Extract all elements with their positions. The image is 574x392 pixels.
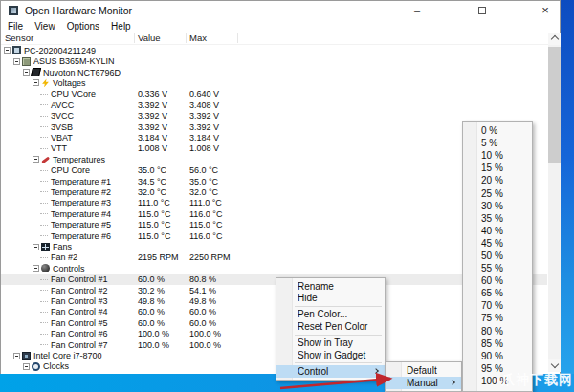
menu-item-label: Show in Gadget	[298, 350, 365, 360]
menu-item-20[interactable]: 20 %	[463, 174, 532, 186]
sensor-label: Temperature #4	[51, 209, 111, 219]
menu-file[interactable]: File	[2, 21, 29, 32]
tree-connector	[40, 301, 48, 302]
expander-icon[interactable]	[13, 58, 20, 65]
tree-connector	[40, 116, 48, 117]
close-button[interactable]: ×	[537, 3, 554, 18]
menu-item-60[interactable]: 60 %	[463, 274, 532, 287]
menu-item-manual[interactable]: Manual	[386, 377, 461, 389]
sensor-label: Fan Control #4	[51, 307, 108, 316]
expander-icon[interactable]	[33, 156, 39, 163]
sensor-max: 116.0 °C	[189, 230, 222, 241]
sensor-max: 60.0 %	[189, 317, 216, 328]
menu-item-45[interactable]: 45 %	[463, 237, 532, 250]
scrollbar-thumb[interactable]	[548, 47, 561, 163]
sensor-label: Temperature #3	[51, 198, 111, 207]
menu-item-label: 75 %	[481, 313, 503, 323]
tree-connector	[40, 334, 48, 335]
menu-item-label: 95 %	[481, 363, 503, 374]
tree-row-avcc[interactable]: AVCC3.392 V3.408 V	[1, 99, 547, 110]
context-menu: RenameHidePen Color...Reset Pen ColorSho…	[276, 277, 386, 381]
watermark-text: 爪神下载网	[501, 372, 573, 389]
tree-connector	[40, 126, 48, 127]
menu-item-hide[interactable]: Hide	[276, 292, 385, 303]
tree-connector	[40, 203, 48, 204]
tree-row-cpu-vcore[interactable]: CPU VCore0.336 V0.640 V	[1, 89, 547, 99]
column-value[interactable]: Value	[138, 33, 161, 43]
menu-item-control[interactable]: Control	[276, 365, 385, 377]
sensor-value: 60.0 %	[138, 317, 165, 328]
column-max[interactable]: Max	[189, 33, 207, 43]
menu-item-label: 0 %	[481, 125, 497, 136]
menu-item-30[interactable]: 30 %	[463, 200, 532, 212]
tree-connector	[40, 181, 48, 182]
menu-item-35[interactable]: 35 %	[463, 212, 532, 225]
expander-icon[interactable]	[13, 353, 20, 359]
expander-icon[interactable]	[23, 363, 30, 370]
menu-item-25[interactable]: 25 %	[463, 186, 532, 199]
menu-item-label: 20 %	[481, 175, 503, 185]
menu-item-50[interactable]: 50 %	[463, 250, 532, 262]
expander-icon[interactable]	[4, 47, 11, 54]
tree-row-3vcc[interactable]: 3VCC3.392 V3.392 V	[1, 110, 547, 120]
sensor-label: Intel Core i7-8700	[33, 351, 102, 360]
menu-item-70[interactable]: 70 %	[463, 299, 532, 312]
tree-row-pc-202004211249[interactable]: PC-202004211249	[1, 45, 547, 55]
menu-item-55[interactable]: 55 %	[463, 262, 532, 274]
menu-item-10[interactable]: 10 %	[463, 149, 532, 162]
desktop-background-edge	[561, 0, 574, 392]
menu-item-label: 5 %	[481, 138, 497, 148]
scroll-down-icon[interactable]	[548, 359, 561, 372]
menu-item-5[interactable]: 5 %	[463, 137, 532, 149]
maximize-button[interactable]	[474, 3, 491, 18]
submenu-arrow-icon	[450, 380, 455, 385]
menu-item-90[interactable]: 90 %	[463, 350, 532, 362]
vertical-scrollbar[interactable]	[548, 33, 561, 372]
menu-item-rename[interactable]: Rename	[276, 280, 385, 292]
tree-row-nuvoton-nct6796d[interactable]: Nuvoton NCT6796D	[1, 67, 547, 77]
menu-item-80[interactable]: 80 %	[463, 325, 532, 338]
menu-view[interactable]: View	[29, 21, 61, 32]
menu-item-label: 80 %	[481, 326, 503, 337]
tree-connector	[40, 94, 48, 95]
scroll-up-icon[interactable]	[548, 33, 561, 45]
menu-item-label: Rename	[298, 281, 334, 292]
sensor-value: 115.0 °C	[138, 208, 170, 219]
menu-item-40[interactable]: 40 %	[463, 225, 532, 237]
submenu-arrow-icon	[373, 368, 379, 374]
tree-row-asus-b365m-kylin[interactable]: ASUS B365M-KYLIN	[1, 55, 547, 66]
menu-item-15[interactable]: 15 %	[463, 162, 532, 174]
sensor-max: 100.0 %	[189, 329, 221, 339]
menu-item-label: 90 %	[481, 351, 503, 361]
menu-item-label: Hide	[298, 293, 318, 303]
menu-item-show-in-tray[interactable]: Show in Tray	[276, 338, 385, 349]
menu-item-default[interactable]: Default	[386, 364, 461, 377]
menu-item-label: 40 %	[481, 226, 503, 236]
menu-item-show-in-gadget[interactable]: Show in Gadget	[276, 349, 385, 360]
expander-icon[interactable]	[23, 69, 30, 76]
menu-item-pen-color[interactable]: Pen Color...	[276, 309, 385, 320]
menu-item-reset-pen-color[interactable]: Reset Pen Color	[276, 320, 385, 332]
tree-row-voltages[interactable]: Voltages	[1, 77, 547, 88]
menu-options[interactable]: Options	[61, 21, 105, 32]
sensor-label: Temperature #5	[51, 220, 111, 229]
expander-icon[interactable]	[33, 265, 39, 272]
sensor-label: CPU VCore	[51, 89, 96, 98]
column-sensor[interactable]: Sensor	[5, 33, 33, 43]
expander-icon[interactable]	[33, 79, 39, 86]
tree-connector	[40, 137, 48, 138]
menu-item-85[interactable]: 85 %	[463, 338, 532, 350]
menu-item-75[interactable]: 75 %	[463, 312, 532, 324]
control-submenu: DefaultManual	[385, 361, 462, 392]
minimize-button[interactable]: –	[408, 3, 426, 18]
sensor-label: Fan #2	[51, 252, 77, 262]
sensor-label: Fan Control #2	[51, 286, 108, 295]
menu-item-65[interactable]: 65 %	[463, 287, 532, 299]
menu-help[interactable]: Help	[105, 21, 137, 32]
tree-connector	[40, 170, 48, 171]
expander-icon[interactable]	[33, 244, 39, 250]
sensor-label: VBAT	[51, 133, 73, 142]
menu-item-0[interactable]: 0 %	[463, 124, 532, 137]
sensor-value: 30.2 %	[138, 285, 165, 295]
sensor-label: Voltages	[53, 78, 86, 88]
